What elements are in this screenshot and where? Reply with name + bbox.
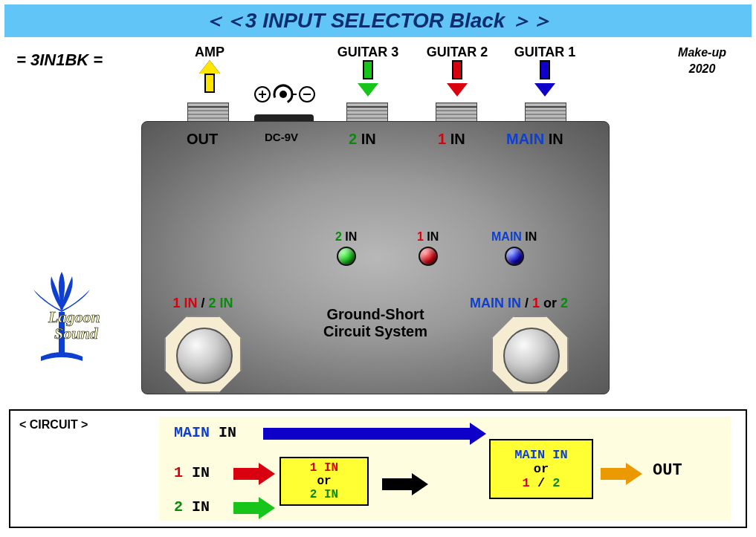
- logo-text-2: Sound: [54, 324, 99, 342]
- arrow-main-right: [263, 426, 486, 442]
- circuit-body: MAIN IN 1 IN 2 IN 1 IN or 2 IN MAIN IN o…: [159, 417, 731, 521]
- arrow-down-icon: [447, 60, 468, 97]
- jack-g1-group: GUITAR 1: [504, 45, 586, 97]
- jack-g3-label: GUITAR 3: [327, 45, 409, 60]
- port-main-label: MAIN IN: [506, 131, 563, 148]
- pedal-enclosure: OUT DC-9V 2 IN 1 IN MAIN IN 2 IN 1 IN MA…: [141, 121, 610, 394]
- led-1in: 1 IN: [417, 230, 439, 266]
- footswitch-button: [503, 328, 560, 384]
- switch-box-main: MAIN IN or 1 / 2: [489, 439, 593, 499]
- jack-amp-label: AMP: [180, 45, 239, 60]
- footswitch-nut: [164, 316, 242, 393]
- arrow-down-icon: [534, 60, 555, 97]
- model-code: = 3IN1BK =: [16, 51, 103, 70]
- circuit-panel: < CIRCUIT > MAIN IN 1 IN 2 IN 1 IN or 2 …: [9, 409, 747, 528]
- jack-g1-label: GUITAR 1: [504, 45, 586, 60]
- ct-out-label: OUT: [653, 461, 682, 480]
- arrow-out: [601, 466, 642, 482]
- arrow-bend-icon: [479, 424, 501, 446]
- ct-1in: 1 IN: [174, 464, 210, 481]
- makeup-year: Make-up 2020: [678, 45, 726, 78]
- svg-point-3: [280, 91, 287, 98]
- ct-main-in: MAIN IN: [174, 424, 236, 441]
- jack-g3-group: GUITAR 3: [327, 45, 409, 97]
- arrow-down-icon: [358, 60, 378, 97]
- footswitch-right: MAIN IN / 1 or 2: [478, 296, 582, 393]
- makeup-label: Make-up: [678, 45, 726, 61]
- footswitch-left: 1 IN / 2 IN: [164, 296, 242, 393]
- arrow-2in: [233, 500, 275, 516]
- port-out-label: OUT: [187, 131, 218, 148]
- arrow-1in: [233, 466, 275, 482]
- title-bar: ＜＜3 INPUT SELECTOR Black ＞＞: [4, 4, 752, 37]
- led-2in: 2 IN: [335, 230, 357, 266]
- brand-logo: Lagoon Sound: [15, 267, 112, 374]
- led-main: MAIN IN: [491, 230, 537, 266]
- jack-g2-group: GUITAR 2: [416, 45, 498, 97]
- polarity-icon: [251, 83, 318, 109]
- arrow-mid: [382, 476, 428, 492]
- fs-right-label: MAIN IN / 1 or 2: [456, 296, 582, 311]
- jack-amp-group: AMP: [180, 45, 239, 97]
- circuit-title: < CIRCUIT >: [19, 418, 88, 432]
- port-1in-label: 1 IN: [438, 131, 465, 148]
- footswitch-nut: [491, 316, 569, 393]
- arrow-up-icon: [199, 60, 220, 97]
- page-title: ＜＜3 INPUT SELECTOR Black ＞＞: [204, 7, 552, 35]
- fs-left-label: 1 IN / 2 IN: [164, 296, 242, 311]
- port-dc-label: DC-9V: [265, 131, 298, 143]
- jack-g2-label: GUITAR 2: [416, 45, 498, 60]
- makeup-year-value: 2020: [678, 61, 726, 77]
- pedal-diagram: AMP GUITAR 3 GUITAR 2 GUITAR 1: [141, 45, 610, 394]
- switch-box-12: 1 IN or 2 IN: [280, 457, 369, 506]
- footswitch-button: [176, 328, 233, 384]
- port-2in-label: 2 IN: [349, 131, 376, 148]
- ct-2in: 2 IN: [174, 498, 210, 515]
